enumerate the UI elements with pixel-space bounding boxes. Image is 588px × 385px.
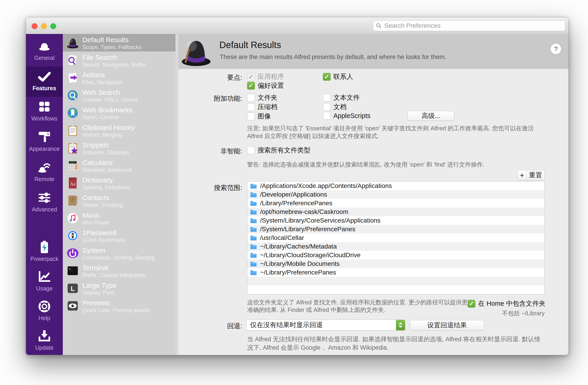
scope-row[interactable]: /opt/homebrew-cask/Caskroom — [247, 207, 544, 216]
checkbox-checked[interactable]: ✓ — [468, 300, 475, 308]
power-icon — [66, 247, 79, 259]
checkbox-contacts[interactable]: ✓ 联系人 — [323, 72, 353, 81]
svg-text:L: L — [71, 285, 75, 292]
sidebar-item-help[interactable]: Help — [26, 296, 63, 327]
checkbox-label[interactable]: 压缩档 — [258, 103, 277, 112]
titlebar[interactable] — [26, 17, 568, 34]
checkbox-label[interactable]: 联系人 — [333, 72, 353, 81]
list-item-file-search[interactable]: File Search Search, Navigation, Buffer — [63, 51, 178, 69]
svg-text:Aa: Aa — [70, 181, 75, 186]
screenshot-canvas: General Features Workflows Appearance Re… — [0, 0, 588, 385]
setup-fallbacks-button[interactable]: 设置回退结果 — [410, 320, 484, 330]
list-item-actions[interactable]: Actions Files, Navigation — [63, 69, 178, 87]
scope-row[interactable]: /usr/local/Cellar — [247, 233, 544, 242]
scope-path: /opt/homebrew-cask/Caskroom — [260, 208, 348, 216]
list-item-terminal[interactable]: >_ Terminal Prefix, Custom Integration — [63, 262, 178, 279]
folder-icon — [250, 201, 257, 206]
sidebar-item-workflows[interactable]: Workflows — [26, 97, 63, 127]
help-button[interactable]: ? — [550, 44, 561, 54]
zoom-window-button[interactable] — [50, 23, 56, 29]
checkbox-label[interactable]: 文档 — [333, 103, 347, 112]
list-item-1password[interactable]: 1Password 1Click Bookmarks — [63, 227, 178, 245]
sidebar-item-usage[interactable]: Usage — [26, 267, 63, 297]
advanced-button[interactable]: 高级... — [408, 111, 454, 121]
bowler-hat-icon — [37, 40, 51, 53]
close-window-button[interactable] — [32, 23, 38, 29]
list-item-web-bookmarks[interactable]: Web Bookmarks Safari, Chrome — [63, 104, 178, 122]
sidebar-item-update[interactable]: Update — [26, 326, 63, 355]
list-item-contacts[interactable]: Contacts Viewer, Emailing — [63, 192, 178, 209]
checkbox-unchecked[interactable] — [323, 94, 331, 102]
list-item-calculator[interactable]: 3.141593 Calculator Standard, Advanced — [63, 157, 178, 174]
checkbox-preferences[interactable]: ✓ 偏好设置 — [247, 81, 284, 90]
checkbox-checked[interactable]: ✓ — [247, 82, 255, 90]
checkbox-unchecked[interactable] — [247, 146, 255, 154]
minimize-window-button[interactable] — [41, 23, 47, 29]
scope-row[interactable]: ~/Library/Caches/Metadata — [247, 242, 544, 251]
fallbacks-dropdown[interactable]: 仅在没有结果时显示回退 — [246, 320, 405, 331]
list-item-music[interactable]: Music Mini Player — [63, 209, 178, 227]
scope-row[interactable]: /System/Library/PreferencePanes — [247, 225, 544, 233]
grid-icon — [37, 100, 51, 113]
list-item-default-results[interactable]: Default Results Scope, Types, Fallbacks — [63, 34, 178, 51]
list-item-subtitle: Snippets, Clippings — [82, 149, 129, 156]
checkbox-unchecked[interactable] — [247, 94, 255, 102]
list-item-title: Contacts — [82, 194, 109, 202]
sidebar-item-powerpack[interactable]: Powerpack — [26, 237, 63, 268]
checkbox-label[interactable]: 偏好设置 — [258, 81, 284, 90]
search-scope-label: 搜索范围: — [178, 183, 242, 192]
list-item-dictionary[interactable]: Aa Dictionary Spelling, Definitions — [63, 174, 178, 192]
scope-row[interactable]: ~/Library/PreferencePanes — [247, 268, 544, 277]
list-scrollbar-track[interactable] — [175, 34, 178, 355]
scope-row[interactable]: /Library/PreferencePanes — [247, 199, 544, 207]
checkbox-include-home[interactable]: ✓ 在 Home 中包含文件夹 — [468, 299, 546, 308]
sidebar-item-general[interactable]: General — [26, 36, 63, 67]
home-exclusion-note: 不包括 ~/Library — [408, 309, 545, 317]
list-item-system[interactable]: System Commands, Quitting, Ejecting — [63, 245, 178, 262]
list-item-snippets[interactable]: Snippets Snippets, Clippings — [63, 139, 178, 157]
checkbox-label[interactable]: 图像 — [258, 112, 271, 121]
preferences-search-field[interactable] — [373, 20, 565, 31]
sidebar-item-remote[interactable]: Remote — [26, 158, 63, 188]
svg-text:>_: >_ — [69, 267, 73, 271]
scope-row[interactable]: ~/Library/Mobile Documents — [247, 259, 544, 268]
sidebar-item-appearance[interactable]: Appearance — [26, 127, 63, 158]
scope-row[interactable]: ~/Library/CloudStorage/iCloudDrive — [247, 251, 544, 259]
search-input[interactable] — [384, 22, 562, 30]
sidebar-item-features[interactable]: Features — [26, 67, 63, 97]
add-folder-button[interactable]: + — [517, 170, 527, 180]
checkbox-folders[interactable]: 文件夹 — [247, 93, 277, 102]
dictionary-book-icon: Aa — [66, 177, 79, 189]
list-item-clipboard-history[interactable]: Clipboard History History, Merging — [63, 122, 178, 139]
checkbox-checked[interactable]: ✓ — [323, 73, 331, 81]
checkbox-search-all-file-types[interactable]: 搜索所有文件类型 — [247, 146, 310, 155]
alfred-hat-icon — [180, 36, 212, 68]
checkbox-label[interactable]: 搜索所有文件类型 — [258, 146, 310, 155]
checkbox-label[interactable]: AppleScripts — [333, 112, 370, 120]
checkbox-images[interactable]: 图像 — [247, 112, 271, 121]
checkbox-unchecked[interactable] — [323, 103, 331, 111]
checkbox-documents[interactable]: 文档 — [323, 103, 347, 112]
checkbox-applescripts[interactable]: AppleScripts — [323, 112, 370, 120]
list-item-web-search[interactable]: Web Search Custom, URLs, History — [63, 87, 178, 104]
list-item-previews[interactable]: Previews Quick Look, Preview panels — [63, 297, 178, 315]
list-item-subtitle: Commands, Quitting, Ejecting — [82, 254, 154, 261]
checkbox-unchecked[interactable] — [323, 112, 331, 120]
sidebar-item-advanced[interactable]: Advanced — [26, 188, 63, 218]
scope-row[interactable]: /System/Library/CoreServices/Application… — [247, 216, 544, 225]
sidebar-item-label: Appearance — [29, 146, 60, 152]
checkbox-label[interactable]: 文件夹 — [258, 93, 277, 102]
scope-row[interactable]: /Applications/Xcode.app/Contents/Applica… — [247, 181, 544, 190]
checkbox-unchecked[interactable] — [247, 113, 255, 120]
reset-button[interactable]: 重置 — [527, 170, 545, 180]
scope-row[interactable]: /Developer/Applications — [247, 190, 544, 199]
checkbox-applications[interactable]: ✓ 应用程序 — [247, 72, 284, 81]
checkbox-unchecked[interactable] — [247, 103, 255, 111]
list-item-large-type[interactable]: L Large Type Display, Font — [63, 279, 178, 297]
fallbacks-label: 回退: — [178, 322, 242, 331]
checkbox-label[interactable]: 文本文件 — [333, 93, 360, 102]
checkbox-text-files[interactable]: 文本文件 — [323, 93, 360, 102]
checkbox-label[interactable]: 在 Home 中包含文件夹 — [478, 299, 546, 308]
list-item-subtitle: Custom, URLs, History — [82, 97, 138, 103]
checkbox-archives[interactable]: 压缩档 — [247, 103, 277, 112]
